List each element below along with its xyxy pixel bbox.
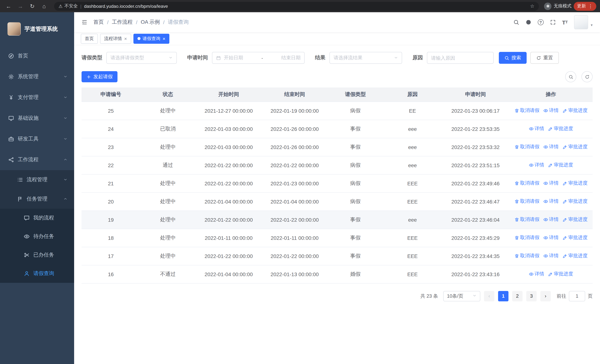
detail-action-link[interactable]: 详情 (543, 216, 559, 223)
sidebar-fold-icon[interactable] (82, 19, 87, 25)
cancel-action-link[interactable]: 取消请假 (514, 180, 539, 187)
page-button-1[interactable]: 1 (498, 291, 508, 301)
help-icon[interactable]: ? (538, 19, 544, 25)
logo-avatar (7, 22, 21, 36)
sidebar-item-system[interactable]: 系统管理 (0, 66, 74, 87)
prev-page-button[interactable]: ‹ (484, 291, 494, 301)
sidebar-item-home[interactable]: 首页 (0, 46, 74, 66)
sidebar-item-todo-tasks[interactable]: 待办任务 (0, 227, 74, 246)
col-header-id: 申请编号 (82, 87, 140, 102)
detail-action-link[interactable]: 详情 (529, 162, 544, 168)
page-button-3[interactable]: 3 (526, 291, 537, 301)
fullscreen-icon[interactable] (550, 19, 556, 25)
action-label: 审批进度 (554, 271, 573, 278)
security-warning[interactable]: ⚠ 不安全 (58, 3, 78, 9)
sidebar-item-infrastructure[interactable]: 基础设施 (0, 108, 74, 129)
sidebar-item-workflow[interactable]: 工作流程 (0, 149, 74, 170)
flag-icon (17, 196, 23, 202)
detail-action-link[interactable]: 详情 (543, 253, 559, 259)
browser-back-icon[interactable]: ← (4, 1, 13, 11)
sidebar-item-leave-query[interactable]: 请假查询 (0, 264, 74, 283)
cell-reason: EEE (383, 229, 442, 247)
plus-icon (86, 74, 91, 79)
next-page-button[interactable]: › (540, 291, 551, 301)
breadcrumb-item-workflow[interactable]: 工作流程 (112, 19, 133, 26)
tab-close-icon[interactable]: × (124, 36, 127, 41)
list-icon (17, 177, 23, 183)
search-button[interactable]: 搜索 (499, 52, 527, 64)
yen-icon (8, 94, 14, 101)
breadcrumb-item-oa-example[interactable]: OA 示例 (141, 19, 160, 26)
cancel-action-link[interactable]: 取消请假 (514, 107, 539, 114)
progress-action-link[interactable]: 审批进度 (562, 180, 588, 187)
font-size-icon[interactable]: TT (562, 19, 568, 25)
sidebar-item-my-process[interactable]: 我的流程 (0, 209, 74, 227)
refresh-table-button[interactable] (581, 71, 593, 82)
cell-leave_type: 事假 (328, 229, 383, 247)
github-icon[interactable] (525, 19, 531, 25)
progress-action-link[interactable]: 审批进度 (562, 107, 588, 114)
toggle-search-button[interactable] (565, 71, 576, 82)
tab-close-icon[interactable]: × (162, 36, 165, 41)
cancel-action-link[interactable]: 取消请假 (514, 144, 539, 150)
browser-forward-icon[interactable]: → (16, 1, 25, 11)
browser-home-icon[interactable]: ⌂ (39, 1, 49, 11)
url-text[interactable]: dashboard.yudao.iocoder.cn/bpm/oa/leave (84, 3, 527, 9)
tab-home[interactable]: 首页 (81, 34, 98, 44)
detail-action-link[interactable]: 详情 (529, 271, 544, 278)
cell-start_time: 2022-01-04 00:00:00 (196, 265, 262, 283)
bookmark-star-icon[interactable]: ☆ (530, 3, 534, 9)
leave-type-select[interactable]: 请选择请假类型 (106, 52, 177, 64)
tab-process-detail[interactable]: 流程详情 × (100, 34, 131, 44)
browser-update-button[interactable]: 更新 ⋮ (574, 2, 596, 10)
cancel-action-link[interactable]: 取消请假 (514, 198, 539, 205)
sidebar-item-task-management[interactable]: 任务管理 (0, 189, 74, 209)
progress-action-link[interactable]: 审批进度 (562, 234, 588, 241)
browser-menu-icon[interactable]: ⋮ (588, 3, 593, 9)
date-range-picker[interactable]: 开始日期 - 结束日期 (212, 52, 305, 64)
tab-leave-query[interactable]: 请假查询 × (133, 34, 169, 44)
cell-leave_type: 事假 (328, 211, 383, 229)
browser-reload-icon[interactable]: ↻ (28, 1, 37, 11)
progress-action-link[interactable]: 审批进度 (548, 271, 573, 278)
sidebar-item-process-management[interactable]: 流程管理 (0, 170, 74, 189)
progress-action-link[interactable]: 审批进度 (562, 198, 588, 205)
cell-start_time: 2022-01-22 00:00:00 (196, 174, 262, 192)
reset-button[interactable]: 重置 (530, 52, 559, 64)
progress-action-link[interactable]: 审批进度 (548, 125, 573, 132)
goto-page-input[interactable] (569, 291, 585, 301)
address-bar[interactable]: ⚠ 不安全 | dashboard.yudao.iocoder.cn/bpm/o… (54, 2, 539, 10)
detail-action-link[interactable]: 详情 (543, 234, 559, 241)
reason-input[interactable] (427, 52, 494, 64)
app-logo[interactable]: 芋道管理系统 (0, 12, 74, 46)
result-select[interactable]: 请选择流结果 (329, 52, 402, 64)
page-size-select[interactable]: 10条/页 (443, 291, 480, 301)
sidebar-item-payment[interactable]: 支付管理 (0, 87, 74, 108)
search-icon[interactable] (513, 19, 519, 25)
cancel-action-link[interactable]: 取消请假 (514, 216, 539, 223)
sidebar-item-done-tasks[interactable]: 已办任务 (0, 246, 74, 264)
detail-action-link[interactable]: 详情 (543, 107, 559, 114)
cell-end_time: 2022-01-13 00:00:00 (262, 265, 328, 283)
create-leave-button[interactable]: 发起请假 (82, 71, 117, 82)
cancel-action-link[interactable]: 取消请假 (514, 234, 539, 241)
search-button-label: 搜索 (511, 55, 521, 61)
progress-action-link[interactable]: 审批进度 (562, 216, 588, 223)
cell-status: 处理中 (140, 229, 196, 247)
cancel-action-link[interactable]: 取消请假 (514, 253, 539, 259)
breadcrumb-item-home[interactable]: 首页 (94, 19, 104, 26)
progress-action-link[interactable]: 审批进度 (548, 162, 573, 168)
detail-action-link[interactable]: 详情 (543, 144, 559, 150)
detail-action-link[interactable]: 详情 (543, 198, 559, 205)
avatar-caret-icon[interactable]: ▾ (591, 23, 593, 27)
user-avatar[interactable] (574, 15, 588, 29)
sidebar-item-devtools[interactable]: 研发工具 (0, 129, 74, 149)
page-button-2[interactable]: 2 (512, 291, 523, 301)
detail-action-link[interactable]: 详情 (543, 180, 559, 187)
incognito-label: 无痕模式 (554, 3, 572, 9)
progress-action-link[interactable]: 审批进度 (562, 144, 588, 150)
col-header-actions: 操作 (509, 87, 593, 102)
progress-action-link[interactable]: 审批进度 (562, 253, 588, 259)
detail-action-link[interactable]: 详情 (529, 125, 544, 132)
cell-id: 19 (82, 211, 140, 229)
